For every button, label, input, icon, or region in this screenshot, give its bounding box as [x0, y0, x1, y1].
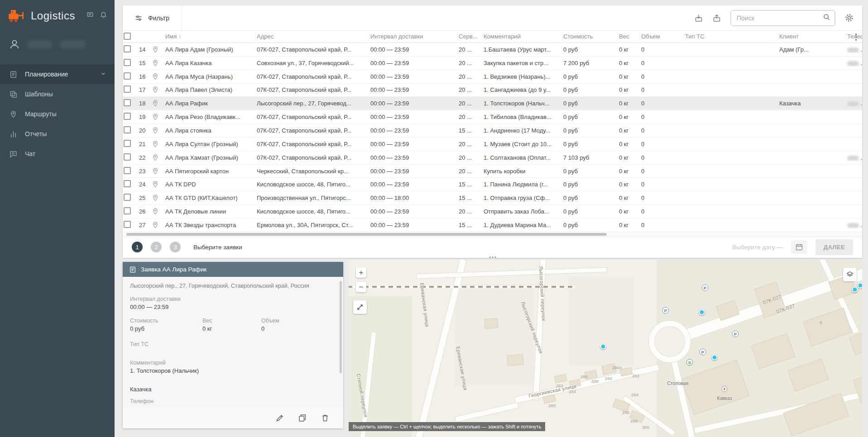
notifications-bell-icon[interactable]	[100, 11, 107, 21]
table-row[interactable]: 24 АА ТК DPD Кисловодское шоссе, 48, Пят…	[123, 178, 862, 191]
select-all-checkbox[interactable]	[124, 33, 131, 40]
house-number: 280	[548, 403, 556, 408]
calendar-button[interactable]	[791, 240, 807, 254]
column-menu-icon[interactable]	[854, 32, 859, 43]
row-checkbox[interactable]	[124, 167, 131, 174]
settings-gear-icon[interactable]	[844, 13, 854, 23]
panel-scrollbar-thumb[interactable]	[340, 281, 342, 373]
row-checkbox[interactable]	[124, 153, 131, 161]
header-address[interactable]: Адрес	[256, 33, 369, 41]
header-volume[interactable]: Объем	[640, 33, 684, 41]
map-canvas[interactable]: + − Выделить заявку — Ctrl + щелчок; выд…	[349, 260, 862, 437]
next-button[interactable]: ДАЛЕЕ	[815, 239, 853, 255]
cost-value: 0 руб	[130, 325, 202, 332]
cell-service: 15 ...	[458, 181, 483, 188]
sidebar-item-chat[interactable]: Чат	[0, 144, 115, 164]
cell-weight: 0 кг	[618, 127, 640, 134]
table-row[interactable]: 14 АА Лира Адам (Грозный) 07К-027, Ставр…	[123, 43, 862, 57]
row-checkbox[interactable]	[124, 86, 131, 93]
request-marker[interactable]	[699, 309, 705, 315]
request-marker[interactable]	[852, 287, 858, 293]
cell-name: АА Лира Казачка	[164, 60, 256, 66]
messages-icon[interactable]	[86, 11, 94, 21]
header-client[interactable]: Клиент	[778, 33, 846, 41]
sidebar-item-reports[interactable]: Отчеты	[0, 124, 115, 144]
sidebar-item-routes[interactable]: Маршруты	[0, 104, 115, 124]
row-checkbox[interactable]	[124, 180, 131, 187]
sidebar-item-planning[interactable]: Планирование	[0, 64, 115, 84]
table-row[interactable]: 23 АА Пятигорский картон Черкесский, Ста…	[123, 165, 862, 178]
row-checkbox[interactable]	[124, 99, 131, 106]
search-icon[interactable]	[823, 13, 831, 23]
poi-name-label: Кавказ	[717, 395, 732, 401]
row-checkbox[interactable]	[124, 45, 131, 52]
map-road	[417, 268, 607, 279]
fullscreen-button[interactable]	[353, 300, 367, 314]
row-checkbox[interactable]	[124, 126, 131, 133]
table-row[interactable]: 16 АА Лира Муса (Назрань) 07К-027, Ставр…	[123, 70, 862, 84]
row-checkbox[interactable]	[124, 72, 131, 80]
sidebar-item-label: Отчеты	[25, 130, 47, 138]
sidebar-item-label: Планирование	[25, 71, 68, 78]
redacted-phone	[847, 223, 859, 228]
search-input[interactable]	[737, 14, 823, 22]
cell-comment: Купить коробки	[483, 168, 562, 175]
filter-button[interactable]: Фильтр	[123, 5, 182, 30]
table-row[interactable]: 26 АА ТК Деловые линии Кисловодское шосс…	[123, 205, 862, 218]
header-vehicle[interactable]: Тип ТС	[684, 33, 778, 41]
duplicate-request-button[interactable]	[298, 413, 307, 423]
cell-name: АА Пятигорский картон	[164, 168, 256, 175]
table-row[interactable]: 22 АА Лира Хамзат (Грозный) 07К-027, Ста…	[123, 151, 862, 165]
cell-weight: 0 кг	[618, 100, 640, 107]
cell-weight: 0 кг	[618, 73, 640, 80]
table-row[interactable]: 20 АА Лира стоянка 07К-027, Ставропольск…	[123, 124, 862, 138]
cell-cost: 0 руб	[562, 114, 618, 120]
export-requests-icon[interactable]	[712, 14, 721, 23]
table-row[interactable]: 25 АА ТК GTD (КИТ,Кашелот) Производствен…	[123, 191, 862, 205]
user-row[interactable]	[0, 27, 115, 54]
table-row[interactable]: 15 АА Лира Казачка Совхозная ул., 37, Го…	[123, 57, 862, 70]
cell-service: 20 ...	[458, 114, 483, 120]
user-icon	[9, 39, 20, 50]
header-comment[interactable]: Комментарий	[483, 33, 562, 41]
request-marker[interactable]	[712, 355, 718, 361]
table-row[interactable]: 19 АА Лира Резо (Владикавк... 07К-027, С…	[123, 110, 862, 124]
table-row[interactable]: 27 АА ТК Звезды транспорта Ермолова ул.,…	[123, 218, 862, 232]
cell-cost: 7 103 руб	[562, 154, 618, 161]
sidebar-item-templates[interactable]: Шаблоны	[0, 84, 115, 104]
zoom-in-button[interactable]: +	[356, 267, 366, 278]
header-cost[interactable]: Стоимость	[562, 33, 618, 41]
table-row[interactable]: 17 АА Лира Павел (Элиста) 07К-027, Ставр…	[123, 84, 862, 97]
horizontal-scrollbar-thumb[interactable]	[126, 233, 607, 236]
resize-handle[interactable]	[489, 256, 496, 258]
row-checkbox[interactable]	[124, 59, 131, 66]
header-weight[interactable]: Вес	[618, 33, 640, 41]
cell-name: АА Лира Муса (Назрань)	[164, 73, 256, 80]
header-name[interactable]: Имя ↑	[164, 33, 256, 41]
edit-request-button[interactable]	[275, 413, 284, 423]
zoom-out-button[interactable]: −	[356, 282, 366, 292]
requests-table: Имя ↑ Адрес Интервал доставки Серв... Ко…	[123, 31, 862, 237]
import-requests-icon[interactable]	[694, 14, 703, 23]
parking-icon: P	[662, 307, 669, 314]
house-number: 300	[642, 425, 649, 430]
table-row[interactable]: 18 АА Лира Рафик Лысогорский пер., 27, Г…	[123, 97, 862, 110]
parking-icon: P	[700, 349, 706, 356]
row-number: 27	[138, 222, 152, 228]
cell-comment: 1.Баштаева (Урус март...	[483, 46, 562, 53]
request-marker[interactable]	[600, 344, 606, 350]
panel-footer	[123, 408, 343, 428]
row-checkbox[interactable]	[124, 140, 131, 147]
cell-service: 20 ...	[458, 154, 483, 161]
row-checkbox[interactable]	[124, 221, 131, 228]
header-interval[interactable]: Интервал доставки	[369, 33, 458, 41]
delete-request-button[interactable]	[321, 413, 330, 423]
toolbar: Фильтр	[123, 5, 862, 31]
table-row[interactable]: 21 АА Лира Султан (Грозный) 07К-027, Ста…	[123, 138, 862, 151]
row-checkbox[interactable]	[124, 113, 131, 120]
row-checkbox[interactable]	[124, 194, 131, 201]
request-marker[interactable]	[858, 283, 863, 289]
map-layers-button[interactable]	[843, 268, 857, 281]
header-service[interactable]: Серв...	[458, 33, 483, 41]
row-checkbox[interactable]	[124, 207, 131, 214]
